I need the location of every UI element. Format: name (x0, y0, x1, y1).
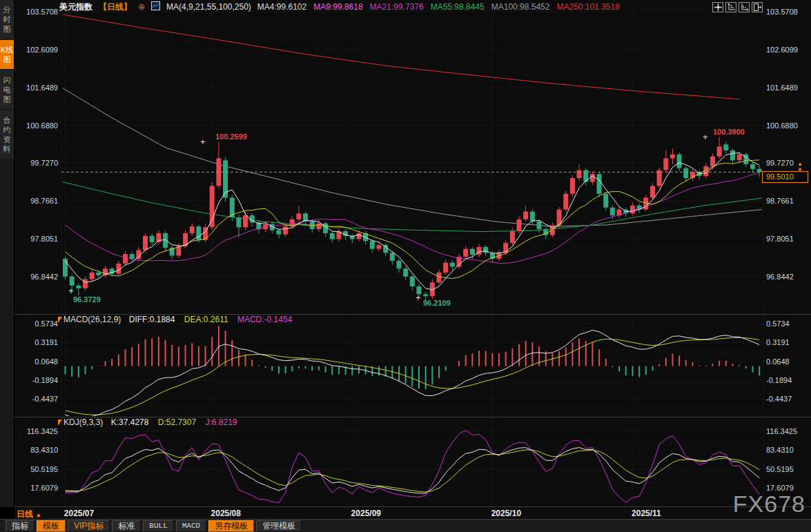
ma-value-2: MA21:99.7376 (370, 2, 424, 12)
ma-value-3: MA55:98.8445 (431, 2, 485, 12)
add-indicator-icon[interactable]: ⊕ (138, 2, 145, 12)
price-extreme-label: 96.2109 (423, 299, 451, 307)
kdj-legend: KDJ(9,3,3) K:37.4278 D:52.7307 J:6.8219 (63, 417, 237, 427)
price-extreme-label: 100.2599 (215, 132, 247, 141)
svg-text:0.5734: 0.5734 (35, 319, 58, 328)
svg-text:2025/07: 2025/07 (64, 509, 95, 518)
svg-text:2025/08: 2025/08 (211, 509, 242, 518)
kdj-d-value: D:52.7307 (158, 417, 196, 427)
svg-text:99.7270: 99.7270 (30, 159, 58, 167)
chart-toolbar-icons (712, 2, 763, 12)
svg-text:2025/10: 2025/10 (491, 509, 522, 518)
svg-text:102.6099: 102.6099 (26, 46, 58, 54)
sidebar: 分时图K线图闪电图合约资料 (0, 0, 14, 519)
period-selector-label: 日线 (17, 509, 33, 519)
macd-title: MACD(26,12,9) (63, 315, 121, 324)
bottom-left-corner (0, 507, 14, 519)
toolbar-button-0[interactable]: 指标 (6, 520, 35, 532)
svg-text:0.0648: 0.0648 (35, 357, 58, 366)
cursor-cross-marker: + (416, 295, 421, 302)
svg-text:96.8442: 96.8442 (30, 273, 58, 281)
toolbar-button-5[interactable]: MACD (176, 520, 206, 532)
price-extreme-label: 100.3900 (713, 128, 745, 136)
fast-ma-lines (66, 153, 760, 290)
ma-value-4: MA100:98.5452 (491, 2, 550, 12)
svg-text:97.8051: 97.8051 (766, 235, 794, 243)
sidebar-item-1[interactable]: K线图 (0, 40, 14, 69)
current-price-label: 99.5010 (762, 171, 808, 183)
manual-scale-icon[interactable] (739, 2, 750, 12)
svg-text:103.5708: 103.5708 (766, 8, 798, 16)
svg-text:0.3191: 0.3191 (35, 338, 58, 346)
svg-text:83.4310: 83.4310 (30, 446, 58, 454)
chart-style-icon[interactable] (151, 1, 160, 12)
svg-text:116.3425: 116.3425 (27, 427, 58, 435)
macd-panel (66, 326, 760, 419)
candlestick-series (63, 137, 762, 302)
svg-text:100.6880: 100.6880 (26, 121, 58, 130)
kdj-k-value: K:37.4278 (111, 417, 149, 427)
svg-text:50.5195: 50.5195 (30, 465, 58, 473)
svg-text:83.4310: 83.4310 (766, 446, 794, 454)
svg-text:101.6489: 101.6489 (766, 83, 798, 92)
ma-settings-label: MA(4,9,21,55,100,250) (166, 2, 251, 12)
svg-text:97.8051: 97.8051 (30, 235, 58, 243)
cursor-cross-marker: + (703, 134, 708, 141)
svg-text:116.3425: 116.3425 (766, 427, 797, 435)
svg-text:2025/09: 2025/09 (351, 509, 382, 518)
svg-text:50.5195: 50.5195 (766, 465, 794, 473)
svg-text:-0.1894: -0.1894 (766, 376, 792, 384)
sidebar-item-2[interactable]: 闪电图 (0, 70, 14, 109)
grid-and-axes: 103.5708103.5708102.6099102.6099101.6489… (14, 8, 811, 518)
toolbar-button-4[interactable]: BULL (143, 520, 173, 532)
ma-legend: MA4:99.6102MA9:99.8618MA21:99.7376MA55:9… (257, 2, 620, 12)
toolbar-button-2[interactable]: VIP指标 (68, 520, 110, 532)
kdj-title: KDJ(9,3,3) (63, 417, 103, 427)
chart-header: 美元指数 【日线】 ⊕ MA(4,9,21,55,100,250) MA4:99… (59, 1, 620, 12)
price-up-arrow-icon: ▲▲ (797, 161, 803, 171)
svg-text:96.8442: 96.8442 (766, 273, 794, 281)
auto-scale-icon[interactable] (725, 2, 736, 12)
svg-text:-0.1894: -0.1894 (32, 376, 58, 384)
symbol-title: 美元指数 (59, 1, 92, 13)
svg-text:17.6079: 17.6079 (30, 484, 58, 492)
macd-dea-value: DEA:0.2611 (184, 315, 228, 324)
watermark: FX678 (733, 491, 805, 518)
bottom-toolbar: 指标模板VIP指标标准BULLMACD另存模板管理模板 (0, 519, 811, 532)
cursor-cross-marker: + (200, 139, 206, 146)
toolbar-button-3[interactable]: 标准 (112, 520, 141, 532)
svg-text:102.6099: 102.6099 (766, 46, 798, 54)
ma-value-0: MA4:99.6102 (257, 2, 306, 12)
svg-text:100.6880: 100.6880 (766, 121, 798, 130)
main-chart[interactable]: 103.5708103.5708102.6099102.6099101.6489… (0, 0, 811, 519)
svg-text:-0.4437: -0.4437 (766, 395, 792, 403)
svg-text:98.7661: 98.7661 (30, 197, 58, 205)
svg-text:101.6489: 101.6489 (26, 83, 58, 92)
macd-diff-value: DIFF:0.1884 (129, 315, 175, 324)
collapse-panel-icon[interactable] (752, 2, 763, 12)
svg-text:-0.4437: -0.4437 (32, 395, 58, 403)
macd-hist-value: MACD:-0.1454 (237, 315, 292, 324)
macd-legend: MACD(26,12,9) DIFF:0.1884 DEA:0.2611 MAC… (63, 315, 292, 324)
kdj-panel-toggle-icon[interactable] (58, 420, 62, 426)
sidebar-item-0[interactable]: 分时图 (0, 0, 14, 39)
svg-text:103.5708: 103.5708 (26, 8, 58, 16)
macd-panel-toggle-icon[interactable] (58, 317, 62, 323)
svg-text:0.3191: 0.3191 (766, 338, 790, 346)
chevron-up-icon: ▲ (35, 511, 41, 518)
chart-application: 分时图K线图闪电图合约资料 103.5708103.5708102.609910… (0, 0, 811, 532)
toolbar-button-1[interactable]: 模板 (37, 520, 66, 532)
toolbar-button-7[interactable]: 管理模板 (256, 520, 302, 532)
period-tag: 【日线】 (99, 1, 132, 13)
ma-value-5: MA250:101.3518 (556, 2, 619, 12)
kdj-panel (66, 431, 760, 503)
ma-value-1: MA9:99.8618 (313, 2, 362, 12)
sidebar-item-3[interactable]: 合约资料 (0, 110, 14, 159)
pan-icon[interactable] (712, 2, 723, 12)
toolbar-button-6[interactable]: 另存模板 (208, 520, 254, 532)
cursor-cross-marker: + (68, 288, 74, 295)
svg-text:0.5734: 0.5734 (766, 319, 790, 328)
svg-text:2025/11: 2025/11 (632, 509, 661, 518)
price-extreme-label: 96.3729 (73, 295, 101, 304)
svg-text:98.7661: 98.7661 (766, 197, 794, 205)
